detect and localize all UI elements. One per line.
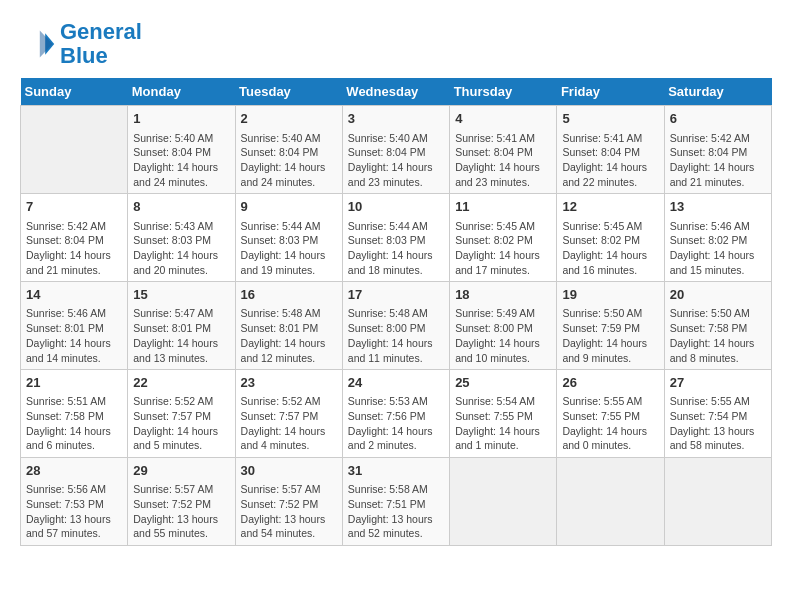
day-cell: 14Sunrise: 5:46 AM Sunset: 8:01 PM Dayli… [21,282,128,370]
day-cell: 27Sunrise: 5:55 AM Sunset: 7:54 PM Dayli… [664,370,771,458]
header-cell-monday: Monday [128,78,235,106]
day-cell: 12Sunrise: 5:45 AM Sunset: 8:02 PM Dayli… [557,194,664,282]
day-cell: 21Sunrise: 5:51 AM Sunset: 7:58 PM Dayli… [21,370,128,458]
day-cell: 25Sunrise: 5:54 AM Sunset: 7:55 PM Dayli… [450,370,557,458]
day-cell: 22Sunrise: 5:52 AM Sunset: 7:57 PM Dayli… [128,370,235,458]
logo: General Blue [20,20,142,68]
day-cell: 23Sunrise: 5:52 AM Sunset: 7:57 PM Dayli… [235,370,342,458]
day-cell: 1Sunrise: 5:40 AM Sunset: 8:04 PM Daylig… [128,106,235,194]
day-cell: 26Sunrise: 5:55 AM Sunset: 7:55 PM Dayli… [557,370,664,458]
day-cell: 3Sunrise: 5:40 AM Sunset: 8:04 PM Daylig… [342,106,449,194]
day-info: Sunrise: 5:40 AM Sunset: 8:04 PM Dayligh… [133,131,229,190]
day-number: 18 [455,286,551,304]
header-row: SundayMondayTuesdayWednesdayThursdayFrid… [21,78,772,106]
day-info: Sunrise: 5:54 AM Sunset: 7:55 PM Dayligh… [455,394,551,453]
day-info: Sunrise: 5:49 AM Sunset: 8:00 PM Dayligh… [455,306,551,365]
day-info: Sunrise: 5:46 AM Sunset: 8:02 PM Dayligh… [670,219,766,278]
day-number: 2 [241,110,337,128]
day-number: 5 [562,110,658,128]
day-number: 16 [241,286,337,304]
week-row-4: 21Sunrise: 5:51 AM Sunset: 7:58 PM Dayli… [21,370,772,458]
day-number: 11 [455,198,551,216]
day-info: Sunrise: 5:50 AM Sunset: 7:58 PM Dayligh… [670,306,766,365]
day-number: 24 [348,374,444,392]
day-number: 15 [133,286,229,304]
day-info: Sunrise: 5:48 AM Sunset: 8:01 PM Dayligh… [241,306,337,365]
day-info: Sunrise: 5:52 AM Sunset: 7:57 PM Dayligh… [133,394,229,453]
day-info: Sunrise: 5:57 AM Sunset: 7:52 PM Dayligh… [133,482,229,541]
day-info: Sunrise: 5:48 AM Sunset: 8:00 PM Dayligh… [348,306,444,365]
day-number: 28 [26,462,122,480]
day-number: 14 [26,286,122,304]
header-cell-saturday: Saturday [664,78,771,106]
day-info: Sunrise: 5:51 AM Sunset: 7:58 PM Dayligh… [26,394,122,453]
logo-text: General Blue [60,20,142,68]
day-number: 30 [241,462,337,480]
header-cell-wednesday: Wednesday [342,78,449,106]
day-info: Sunrise: 5:42 AM Sunset: 8:04 PM Dayligh… [26,219,122,278]
day-number: 17 [348,286,444,304]
day-info: Sunrise: 5:44 AM Sunset: 8:03 PM Dayligh… [241,219,337,278]
header: General Blue [20,20,772,68]
day-info: Sunrise: 5:41 AM Sunset: 8:04 PM Dayligh… [455,131,551,190]
day-number: 4 [455,110,551,128]
day-info: Sunrise: 5:55 AM Sunset: 7:54 PM Dayligh… [670,394,766,453]
day-cell: 17Sunrise: 5:48 AM Sunset: 8:00 PM Dayli… [342,282,449,370]
day-cell: 29Sunrise: 5:57 AM Sunset: 7:52 PM Dayli… [128,458,235,546]
calendar-table: SundayMondayTuesdayWednesdayThursdayFrid… [20,78,772,546]
day-cell: 10Sunrise: 5:44 AM Sunset: 8:03 PM Dayli… [342,194,449,282]
day-cell: 6Sunrise: 5:42 AM Sunset: 8:04 PM Daylig… [664,106,771,194]
header-cell-tuesday: Tuesday [235,78,342,106]
day-cell [21,106,128,194]
header-cell-sunday: Sunday [21,78,128,106]
day-cell [557,458,664,546]
day-cell: 13Sunrise: 5:46 AM Sunset: 8:02 PM Dayli… [664,194,771,282]
day-cell: 7Sunrise: 5:42 AM Sunset: 8:04 PM Daylig… [21,194,128,282]
day-cell: 28Sunrise: 5:56 AM Sunset: 7:53 PM Dayli… [21,458,128,546]
day-number: 8 [133,198,229,216]
day-info: Sunrise: 5:55 AM Sunset: 7:55 PM Dayligh… [562,394,658,453]
day-number: 19 [562,286,658,304]
day-cell: 31Sunrise: 5:58 AM Sunset: 7:51 PM Dayli… [342,458,449,546]
day-info: Sunrise: 5:41 AM Sunset: 8:04 PM Dayligh… [562,131,658,190]
day-cell: 30Sunrise: 5:57 AM Sunset: 7:52 PM Dayli… [235,458,342,546]
day-number: 29 [133,462,229,480]
day-info: Sunrise: 5:58 AM Sunset: 7:51 PM Dayligh… [348,482,444,541]
day-info: Sunrise: 5:44 AM Sunset: 8:03 PM Dayligh… [348,219,444,278]
day-info: Sunrise: 5:47 AM Sunset: 8:01 PM Dayligh… [133,306,229,365]
day-info: Sunrise: 5:52 AM Sunset: 7:57 PM Dayligh… [241,394,337,453]
day-number: 25 [455,374,551,392]
day-cell [450,458,557,546]
day-info: Sunrise: 5:50 AM Sunset: 7:59 PM Dayligh… [562,306,658,365]
day-cell: 8Sunrise: 5:43 AM Sunset: 8:03 PM Daylig… [128,194,235,282]
day-number: 22 [133,374,229,392]
header-cell-thursday: Thursday [450,78,557,106]
day-info: Sunrise: 5:40 AM Sunset: 8:04 PM Dayligh… [348,131,444,190]
day-cell: 5Sunrise: 5:41 AM Sunset: 8:04 PM Daylig… [557,106,664,194]
day-number: 9 [241,198,337,216]
day-cell: 20Sunrise: 5:50 AM Sunset: 7:58 PM Dayli… [664,282,771,370]
day-info: Sunrise: 5:53 AM Sunset: 7:56 PM Dayligh… [348,394,444,453]
day-info: Sunrise: 5:42 AM Sunset: 8:04 PM Dayligh… [670,131,766,190]
day-number: 7 [26,198,122,216]
day-number: 31 [348,462,444,480]
day-number: 3 [348,110,444,128]
day-number: 6 [670,110,766,128]
header-cell-friday: Friday [557,78,664,106]
day-number: 10 [348,198,444,216]
day-number: 1 [133,110,229,128]
week-row-3: 14Sunrise: 5:46 AM Sunset: 8:01 PM Dayli… [21,282,772,370]
day-cell: 15Sunrise: 5:47 AM Sunset: 8:01 PM Dayli… [128,282,235,370]
day-info: Sunrise: 5:43 AM Sunset: 8:03 PM Dayligh… [133,219,229,278]
day-number: 23 [241,374,337,392]
week-row-1: 1Sunrise: 5:40 AM Sunset: 8:04 PM Daylig… [21,106,772,194]
day-cell [664,458,771,546]
logo-icon [20,26,56,62]
day-number: 26 [562,374,658,392]
day-info: Sunrise: 5:45 AM Sunset: 8:02 PM Dayligh… [562,219,658,278]
day-info: Sunrise: 5:56 AM Sunset: 7:53 PM Dayligh… [26,482,122,541]
week-row-2: 7Sunrise: 5:42 AM Sunset: 8:04 PM Daylig… [21,194,772,282]
day-cell: 16Sunrise: 5:48 AM Sunset: 8:01 PM Dayli… [235,282,342,370]
day-cell: 24Sunrise: 5:53 AM Sunset: 7:56 PM Dayli… [342,370,449,458]
day-number: 20 [670,286,766,304]
